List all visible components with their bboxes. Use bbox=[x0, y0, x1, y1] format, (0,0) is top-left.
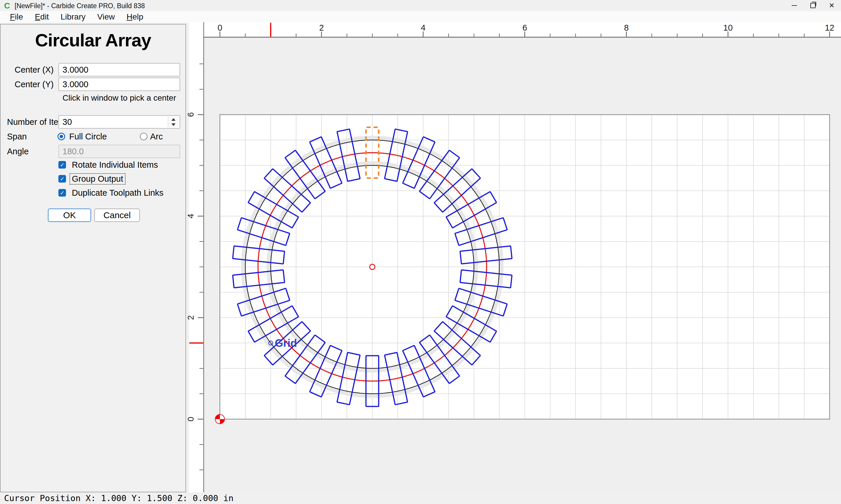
menu-edit[interactable]: Edit bbox=[29, 12, 55, 22]
menu-bar: FileEditLibraryViewHelp bbox=[0, 11, 841, 23]
menu-library[interactable]: Library bbox=[55, 12, 91, 22]
menu-view[interactable]: View bbox=[91, 12, 121, 22]
menu-file[interactable]: File bbox=[4, 12, 29, 22]
v-ruler-label: 4 bbox=[186, 214, 195, 218]
spinner-down-icon bbox=[171, 123, 175, 126]
center-y-label: Center (Y) bbox=[15, 77, 54, 91]
angle-label: Angle bbox=[7, 145, 29, 158]
application-window: C [NewFile]* - Carbide Create PRO, Build… bbox=[0, 0, 841, 504]
v-ruler-label: 2 bbox=[186, 315, 195, 320]
title-bar: C [NewFile]* - Carbide Create PRO, Build… bbox=[0, 0, 841, 11]
span-radio-label[interactable]: Full Circle bbox=[69, 132, 107, 141]
h-ruler-label: 2 bbox=[319, 23, 324, 32]
number-of-items-input[interactable]: 30 bbox=[58, 115, 180, 129]
checkbox-row: ✓Group Output bbox=[58, 174, 125, 184]
circular-array-dialog: Circular Array Center (X) 3.0000 Center … bbox=[0, 24, 186, 492]
ok-button[interactable]: OK bbox=[48, 209, 91, 222]
checkbox-group-output[interactable]: ✓ bbox=[58, 175, 66, 183]
h-ruler-label: 8 bbox=[624, 23, 629, 32]
number-of-items-value: 30 bbox=[63, 117, 72, 127]
spinner-up-button[interactable] bbox=[168, 117, 179, 122]
checkbox-label[interactable]: Rotate Individual Items bbox=[70, 160, 160, 170]
window-title: [NewFile]* - Carbide Create PRO, Build 8… bbox=[15, 2, 145, 10]
vertical-ruler: 0246 bbox=[186, 22, 204, 492]
checkbox-row: ✓Duplicate Toolpath Links bbox=[58, 187, 165, 198]
h-ruler-label: 10 bbox=[723, 23, 733, 32]
minimize-button[interactable] bbox=[785, 0, 804, 11]
restore-button[interactable] bbox=[804, 0, 822, 11]
span-radio-label[interactable]: Arc bbox=[150, 132, 163, 141]
horizontal-ruler: 024681012 bbox=[189, 22, 841, 37]
canvas-svg[interactable]: Grid0246810120246 bbox=[186, 22, 841, 492]
cancel-button[interactable]: Cancel bbox=[94, 209, 140, 222]
minimize-icon bbox=[792, 5, 797, 6]
status-bar: Cursor Position X: 1.000 Y: 1.500 Z: 0.0… bbox=[0, 492, 841, 504]
v-ruler-label: 0 bbox=[186, 417, 195, 421]
cursor-position-text: Cursor Position X: 1.000 Y: 1.500 Z: 0.0… bbox=[4, 493, 234, 503]
center-x-label: Center (X) bbox=[15, 63, 54, 76]
checkbox-rotate-individual-items[interactable]: ✓ bbox=[58, 161, 66, 168]
span-radio-full-circle[interactable] bbox=[57, 133, 65, 140]
checkbox-duplicate-toolpath-links[interactable]: ✓ bbox=[58, 189, 66, 197]
app-logo-icon: C bbox=[4, 1, 10, 11]
center-y-input[interactable]: 3.0000 bbox=[58, 77, 180, 91]
v-ruler-label: 6 bbox=[186, 112, 195, 117]
restore-icon bbox=[810, 3, 816, 8]
checkbox-label[interactable]: Group Output bbox=[70, 174, 125, 184]
number-of-items-spinner[interactable] bbox=[168, 117, 179, 127]
span-radio-group: Full CircleArc bbox=[1, 132, 185, 141]
center-x-input[interactable]: 3.0000 bbox=[58, 63, 180, 76]
menu-help[interactable]: Help bbox=[121, 12, 149, 22]
h-ruler-label: 0 bbox=[218, 23, 222, 32]
window-controls: ✕ bbox=[785, 0, 841, 11]
snap-label: Grid bbox=[275, 337, 297, 349]
close-button[interactable]: ✕ bbox=[822, 0, 841, 11]
dialog-title: Circular Array bbox=[1, 30, 185, 51]
checkbox-row: ✓Rotate Individual Items bbox=[58, 160, 160, 170]
checkbox-label[interactable]: Duplicate Toolpath Links bbox=[70, 188, 165, 198]
angle-input: 180.0 bbox=[58, 145, 180, 158]
design-canvas[interactable]: Grid0246810120246 bbox=[186, 22, 841, 492]
pick-center-hint: Click in window to pick a center bbox=[58, 93, 180, 103]
spinner-down-button[interactable] bbox=[168, 122, 179, 127]
span-radio-arc[interactable] bbox=[140, 133, 148, 140]
h-ruler-label: 12 bbox=[825, 23, 834, 32]
origin-marker-icon bbox=[215, 414, 225, 424]
close-icon: ✕ bbox=[829, 2, 835, 9]
h-ruler-label: 4 bbox=[421, 23, 426, 32]
h-ruler-label: 6 bbox=[522, 23, 527, 32]
array-center-marker[interactable] bbox=[370, 264, 375, 270]
spinner-up-icon bbox=[171, 118, 175, 121]
